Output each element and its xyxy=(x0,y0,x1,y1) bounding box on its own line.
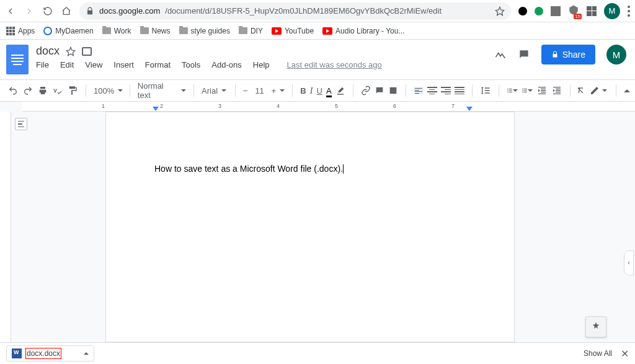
align-right-button[interactable] xyxy=(441,87,451,94)
bookmark-label: Audio Library - You... xyxy=(335,27,404,35)
insert-link-button[interactable] xyxy=(361,86,371,95)
svg-point-2 xyxy=(522,92,523,93)
bookmark-work[interactable]: Work xyxy=(102,27,131,35)
extension-grid-icon[interactable] xyxy=(587,6,597,16)
activity-icon[interactable] xyxy=(494,48,507,61)
ruler-tick: 1 xyxy=(102,103,105,109)
show-all-downloads-button[interactable]: Show All xyxy=(584,349,612,358)
align-left-button[interactable] xyxy=(414,87,424,94)
spellcheck-button[interactable] xyxy=(52,85,63,96)
menu-insert[interactable]: Insert xyxy=(113,60,134,69)
increase-indent-button[interactable] xyxy=(551,85,562,96)
paint-format-button[interactable] xyxy=(67,85,78,96)
explore-button[interactable] xyxy=(585,316,606,337)
apps-shortcut[interactable]: Apps xyxy=(6,27,35,35)
menu-help[interactable]: Help xyxy=(253,60,270,69)
download-chip[interactable]: docx.docx xyxy=(6,345,94,362)
forward-button[interactable] xyxy=(24,6,35,17)
bookmark-youtube[interactable]: YouTube xyxy=(272,27,314,35)
indent-marker-left[interactable] xyxy=(153,107,159,111)
bookmark-audio-library[interactable]: Audio Library - You... xyxy=(322,27,404,35)
undo-button[interactable] xyxy=(7,85,19,96)
document-title[interactable]: docx xyxy=(36,45,60,58)
align-center-button[interactable] xyxy=(427,87,437,94)
menu-tools[interactable]: Tools xyxy=(182,60,200,69)
font-size-input[interactable]: 11 xyxy=(252,86,268,95)
font-size-decrease[interactable]: − xyxy=(243,86,248,95)
extension-3-icon[interactable] xyxy=(551,6,561,16)
font-size-increase[interactable]: + xyxy=(272,86,277,95)
bullet-list-button[interactable] xyxy=(522,85,533,96)
svg-point-0 xyxy=(522,89,523,90)
extension-1-icon[interactable] xyxy=(518,7,527,16)
chevron-down-icon[interactable] xyxy=(280,89,285,92)
align-justify-button[interactable] xyxy=(455,87,464,94)
docs-header: docx File Edit View Insert Format Tools … xyxy=(0,40,635,74)
youtube-icon xyxy=(272,27,282,35)
document-text[interactable]: How to save text as a Microsoft Word fil… xyxy=(154,164,343,174)
menu-view[interactable]: View xyxy=(85,60,102,69)
word-file-icon xyxy=(12,348,22,358)
share-button[interactable]: Share xyxy=(541,45,595,64)
extension-badge-count: 15 xyxy=(574,14,582,19)
insert-image-button[interactable] xyxy=(388,86,398,95)
star-document-icon[interactable] xyxy=(66,47,76,56)
vertical-ruler[interactable] xyxy=(0,112,11,342)
menu-addons[interactable]: Add-ons xyxy=(211,60,241,69)
bookmark-diy[interactable]: DIY xyxy=(239,27,263,35)
decrease-indent-button[interactable] xyxy=(536,85,548,96)
redo-button[interactable] xyxy=(22,85,33,96)
document-outline-button[interactable] xyxy=(15,118,27,130)
browser-profile-avatar[interactable]: M xyxy=(604,3,620,19)
bookmark-style-guides[interactable]: style guides xyxy=(179,27,230,35)
paragraph-style-dropdown[interactable]: Normal text xyxy=(135,81,189,100)
move-document-icon[interactable] xyxy=(82,47,92,56)
text-cursor xyxy=(343,164,344,174)
underline-button[interactable]: U xyxy=(317,86,322,95)
menu-file[interactable]: File xyxy=(36,60,49,69)
extension-4-icon[interactable]: 15 xyxy=(568,4,579,18)
home-button[interactable] xyxy=(61,6,72,17)
collapse-toolbar-button[interactable] xyxy=(624,89,630,92)
browser-menu-button[interactable] xyxy=(628,6,630,17)
extension-2-icon[interactable] xyxy=(535,7,543,16)
side-panel-toggle[interactable] xyxy=(624,251,634,275)
address-bar[interactable]: docs.google.com/document/d/18USFR-5_HupV… xyxy=(79,2,511,20)
lock-icon xyxy=(86,7,94,16)
checklist-button[interactable] xyxy=(507,85,518,96)
menu-edit[interactable]: Edit xyxy=(60,60,74,69)
reload-button[interactable] xyxy=(42,6,53,17)
italic-button[interactable]: I xyxy=(310,86,313,96)
editing-mode-dropdown[interactable] xyxy=(590,86,608,95)
zoom-dropdown[interactable]: 100% xyxy=(91,86,125,95)
bold-button[interactable]: B xyxy=(300,86,306,95)
bookmark-news[interactable]: News xyxy=(140,27,171,35)
line-spacing-button[interactable] xyxy=(480,85,491,96)
bookmarks-bar: Apps MyDaemen Work News style guides DIY… xyxy=(0,22,635,40)
comments-icon[interactable] xyxy=(518,48,530,61)
document-page[interactable]: How to save text as a Microsoft Word fil… xyxy=(105,112,515,342)
text-color-button[interactable]: A xyxy=(326,86,332,95)
insert-comment-button[interactable] xyxy=(375,86,384,95)
chevron-up-icon[interactable] xyxy=(84,352,89,355)
close-shelf-button[interactable]: ✕ xyxy=(621,348,629,360)
document-canvas: 1 2 3 4 5 6 7 How to save text as a Micr… xyxy=(0,102,635,342)
print-button[interactable] xyxy=(37,85,48,96)
docs-profile-avatar[interactable]: M xyxy=(606,45,626,64)
docs-logo-icon[interactable] xyxy=(6,45,29,74)
ruler-tick: 2 xyxy=(160,103,163,109)
bookmark-mydaemen[interactable]: MyDaemen xyxy=(43,27,93,35)
apps-label: Apps xyxy=(18,27,35,35)
indent-marker-right[interactable] xyxy=(466,107,473,111)
menu-format[interactable]: Format xyxy=(145,60,171,69)
font-dropdown[interactable]: Arial xyxy=(199,86,230,95)
star-icon[interactable] xyxy=(495,6,505,16)
clear-formatting-button[interactable] xyxy=(575,85,586,96)
last-edit-link[interactable]: Last edit was seconds ago xyxy=(287,60,382,69)
chevron-down-icon xyxy=(513,89,518,92)
extension-icons: 15 xyxy=(518,4,597,18)
bookmark-label: YouTube xyxy=(285,27,314,35)
horizontal-ruler[interactable]: 1 2 3 4 5 6 7 xyxy=(22,102,635,112)
back-button[interactable] xyxy=(5,6,16,17)
highlight-button[interactable] xyxy=(335,86,345,95)
